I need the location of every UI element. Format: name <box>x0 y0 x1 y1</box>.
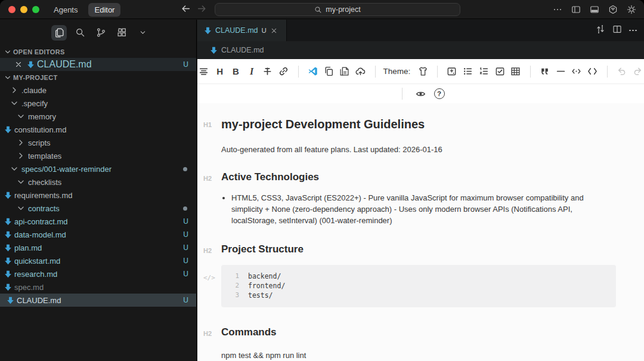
git-status-badge: U <box>183 217 188 226</box>
window-mode-tabs: Agents Editor <box>48 0 120 19</box>
bullet-list-icon[interactable] <box>462 64 475 79</box>
close-window-button[interactable] <box>8 6 16 13</box>
chevron-right-icon <box>10 85 19 95</box>
forward-arrow-icon[interactable] <box>197 4 207 16</box>
tree-item-constitution-md[interactable]: constitution.md <box>0 123 196 136</box>
close-tab-icon[interactable] <box>270 27 278 35</box>
tree-item-scripts-folder[interactable]: scripts <box>0 136 196 149</box>
tree-item-claude-folder[interactable]: .claude <box>0 84 196 97</box>
code-block[interactable]: 1backend/ 2frontend/ 3tests/ <box>221 265 616 307</box>
italic-icon[interactable]: I <box>245 64 258 79</box>
tree-item-requirements-md[interactable]: requirements.md <box>0 189 196 202</box>
preview-eye-icon[interactable] <box>413 87 428 101</box>
strikethrough-icon[interactable] <box>261 64 274 79</box>
close-icon[interactable] <box>14 60 23 69</box>
line-number: 1 <box>230 271 239 281</box>
split-editor-icon[interactable] <box>612 24 622 36</box>
markdown-toolbar: H B I Theme: <box>197 59 644 84</box>
search-value: my-project <box>326 5 360 14</box>
help-icon[interactable]: ? <box>434 88 445 99</box>
settings-gear-icon[interactable] <box>625 3 638 16</box>
blockquote-icon[interactable] <box>538 64 552 79</box>
export-document-icon[interactable] <box>338 64 351 79</box>
ordered-list-icon[interactable] <box>477 64 490 79</box>
markdown-file-icon <box>4 231 12 239</box>
redo-icon[interactable] <box>631 64 644 79</box>
heading-project-structure: Project Structure <box>221 243 616 255</box>
tree-item-specs-001-water-reminder[interactable]: specs/001-water-reminder <box>0 162 196 175</box>
cloud-upload-icon[interactable] <box>354 64 367 79</box>
editor-area: CLAUDE.md U CLAUDE.md H B I <box>197 20 644 361</box>
more-actions-icon[interactable] <box>551 3 564 16</box>
document-content[interactable]: H1 my-project Development Guidelines Aut… <box>197 103 644 361</box>
breadcrumb[interactable]: CLAUDE.md <box>197 41 644 59</box>
explorer-icon[interactable] <box>51 25 67 41</box>
undo-icon[interactable] <box>615 64 628 79</box>
tree-item-plan-md[interactable]: plan.md U <box>0 241 196 254</box>
open-editors-header[interactable]: OPEN EDITORS <box>0 45 196 58</box>
tree-item-memory-folder[interactable]: memory <box>0 110 196 123</box>
tree-item-checklists-folder[interactable]: checklists <box>0 175 196 189</box>
source-control-icon[interactable] <box>93 25 109 41</box>
command-center-search[interactable]: my-project <box>215 3 460 16</box>
bullet-item: HTML5, CSS3, JavaScript (ES2022+) - Pure… <box>231 192 616 226</box>
toggle-panel-icon[interactable] <box>588 3 601 16</box>
chevron-down-icon <box>10 98 19 108</box>
chevron-down-icon <box>4 48 12 56</box>
tree-item-research-md[interactable]: research.md U <box>0 267 196 280</box>
tree-item-contracts-folder[interactable]: contracts <box>0 202 196 215</box>
chevron-down-icon <box>4 73 12 82</box>
git-status-badge: U <box>262 27 267 34</box>
editor-tab-claude-md[interactable]: CLAUDE.md U <box>197 20 287 41</box>
chevron-down-icon <box>16 112 26 121</box>
horizontal-rule-icon[interactable] <box>554 64 567 79</box>
search-panel-icon[interactable] <box>72 25 88 41</box>
tree-item-spec-md[interactable]: spec.md <box>0 280 196 294</box>
align-icon[interactable] <box>197 64 210 79</box>
heading-icon[interactable]: H <box>213 64 227 79</box>
task-list-icon[interactable] <box>493 64 506 79</box>
more-actions-icon[interactable] <box>629 30 637 32</box>
app-window: Agents Editor my-project <box>0 0 644 361</box>
editor-tab-strip: CLAUDE.md U <box>197 20 644 41</box>
markdown-toolbar-row2: ? <box>197 84 644 103</box>
vscode-logo-icon[interactable] <box>306 64 319 79</box>
box-cube-icon[interactable] <box>606 3 620 16</box>
git-status-badge: U <box>183 270 188 278</box>
tree-item-templates-folder[interactable]: templates <box>0 149 196 162</box>
markdown-file-icon <box>210 47 218 54</box>
tree-item-api-contract-md[interactable]: api-contract.md U <box>0 215 196 228</box>
open-editor-item-claude-md[interactable]: CLAUDE.md U <box>0 58 196 71</box>
git-status-badge: U <box>183 257 188 265</box>
toggle-sidebar-icon[interactable] <box>569 3 583 16</box>
theme-shirt-icon[interactable] <box>416 64 429 79</box>
activity-bar <box>0 20 196 45</box>
code-block-icon[interactable] <box>586 64 599 79</box>
tab-editor[interactable]: Editor <box>88 3 120 17</box>
minimize-window-button[interactable] <box>20 6 27 13</box>
inline-code-icon[interactable] <box>570 64 583 79</box>
tree-item-specify-folder[interactable]: .specify <box>0 97 196 110</box>
chevron-right-icon <box>16 138 26 147</box>
insert-block-icon[interactable] <box>445 64 459 79</box>
copy-icon[interactable] <box>322 64 335 79</box>
tree-item-data-model-md[interactable]: data-model.md U <box>0 228 196 241</box>
traffic-lights <box>8 6 39 13</box>
compare-changes-icon[interactable] <box>596 24 605 36</box>
markdown-file-icon <box>4 244 12 252</box>
link-icon[interactable] <box>277 64 290 79</box>
chevron-down-icon[interactable] <box>135 25 150 41</box>
table-icon[interactable] <box>509 64 522 79</box>
markdown-file-icon <box>4 192 12 199</box>
maximize-window-button[interactable] <box>32 6 39 13</box>
open-editor-label: CLAUDE.md <box>37 59 92 70</box>
tree-item-claude-md-selected[interactable]: CLAUDE.md U <box>0 294 196 307</box>
back-arrow-icon[interactable] <box>181 4 191 16</box>
tab-agents[interactable]: Agents <box>48 3 83 17</box>
bold-icon[interactable]: B <box>230 64 243 79</box>
project-header[interactable]: MY-PROJECT <box>0 71 196 84</box>
extensions-icon[interactable] <box>114 25 129 41</box>
h2-gutter-label: H2 <box>203 326 221 338</box>
tree-item-quickstart-md[interactable]: quickstart.md U <box>0 254 196 267</box>
git-status-badge: U <box>183 296 188 304</box>
